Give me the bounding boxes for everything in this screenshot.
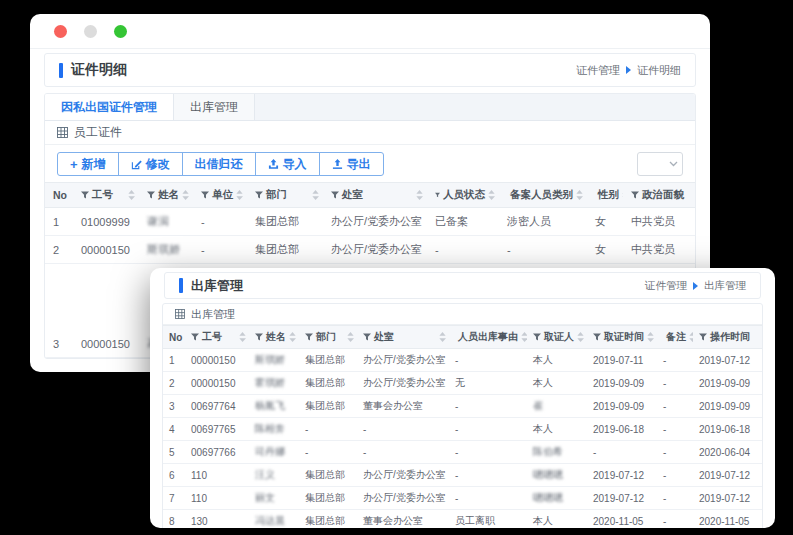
- table-cell: 办公厅/党委办公室: [323, 208, 427, 236]
- table-row[interactable]: 8130冯达晨集团总部董事会办公室员工离职本人2020-11-05-2020-1…: [163, 510, 763, 529]
- filter-icon[interactable]: [593, 333, 601, 341]
- plus-icon: +: [70, 158, 78, 171]
- sort-icon[interactable]: [236, 190, 243, 200]
- filter-icon[interactable]: [363, 333, 371, 341]
- table-cell: 2019-09-09: [693, 395, 763, 418]
- column-header[interactable]: 工号: [73, 183, 139, 208]
- column-header[interactable]: 政治面貌: [623, 183, 695, 208]
- column-header[interactable]: 人员出库事由: [449, 326, 527, 349]
- close-button[interactable]: [54, 25, 67, 38]
- column-header[interactable]: 备注: [657, 326, 693, 349]
- sort-icon[interactable]: [289, 332, 296, 342]
- column-header[interactable]: 单位: [193, 183, 247, 208]
- sort-icon[interactable]: [576, 190, 583, 200]
- column-header[interactable]: 工号: [185, 326, 249, 349]
- table-row[interactable]: 200000150霍琪娇集团总部办公厅/党委办公室无本人2019-09-09-2…: [163, 372, 763, 395]
- lend-return-button[interactable]: 出借归还: [182, 152, 256, 176]
- sort-icon[interactable]: [182, 190, 189, 200]
- column-header-label: 部门: [266, 188, 287, 202]
- column-header[interactable]: 备案人员类别: [499, 183, 587, 208]
- table-cell: 办公厅/党委办公室: [323, 236, 427, 264]
- table-cell: 00697764: [185, 395, 249, 418]
- filter-icon[interactable]: [305, 333, 313, 341]
- table-row[interactable]: 500697766司丹娜---陈伯希--2020-06-04: [163, 441, 763, 464]
- column-header-label: 处室: [342, 188, 363, 202]
- column-header[interactable]: 取证人: [527, 326, 587, 349]
- sort-icon[interactable]: [689, 332, 693, 342]
- table-cell: 2019-06-18: [693, 418, 763, 441]
- table-row[interactable]: 7110丽文集团总部办公厅/党委办公室-嗯嗯嗯2019-07-12-2019-0…: [163, 487, 763, 510]
- export-button[interactable]: 导出: [319, 152, 384, 176]
- filter-icon[interactable]: [81, 191, 89, 199]
- sort-icon[interactable]: [577, 332, 584, 342]
- table-row[interactable]: 100000150斯琪娇集团总部办公厅/党委办公室-本人2019-07-11-2…: [163, 349, 763, 372]
- table-row[interactable]: 101009999谢润-集团总部办公厅/党委办公室已备案涉密人员女中共党员: [45, 208, 695, 236]
- sort-icon[interactable]: [488, 190, 495, 200]
- window-titlebar: [30, 14, 710, 49]
- table-row[interactable]: 6110汪义集团总部办公厅/党委办公室-嗯嗯嗯2019-07-12-2019-0…: [163, 464, 763, 487]
- column-header[interactable]: 部门: [299, 326, 357, 349]
- table-cell: 已备案: [427, 208, 499, 236]
- maximize-button[interactable]: [114, 25, 127, 38]
- edit-button[interactable]: 修改: [118, 152, 183, 176]
- breadcrumb-parent[interactable]: 证件管理: [576, 63, 620, 78]
- filter-icon[interactable]: [699, 333, 707, 341]
- table-cell: 办公厅/党委办公室: [357, 464, 449, 487]
- table-cell: 丽文: [249, 487, 299, 510]
- table-cell: 集团总部: [299, 464, 357, 487]
- sort-icon[interactable]: [416, 190, 423, 200]
- table-cell: 2: [45, 236, 73, 264]
- tab-private-abroad-cert-mgmt[interactable]: 因私出国证件管理: [45, 94, 174, 120]
- column-header[interactable]: 操作时间: [693, 326, 763, 349]
- table-cell: 陈相奔: [249, 418, 299, 441]
- table-row[interactable]: 400697765陈相奔---本人2019-06-18-2019-06-18: [163, 418, 763, 441]
- breadcrumb-arrow-icon: [693, 282, 698, 290]
- minimize-button[interactable]: [84, 25, 97, 38]
- tab-outbound-mgmt[interactable]: 出库管理: [174, 94, 255, 120]
- table-cell: 办公厅/党委办公室: [357, 487, 449, 510]
- table-cell: 1: [163, 349, 185, 372]
- section-label-row: 员工证件: [45, 121, 695, 145]
- sort-icon[interactable]: [128, 190, 135, 200]
- filter-icon[interactable]: [255, 191, 263, 199]
- sort-icon[interactable]: [647, 332, 654, 342]
- sort-icon[interactable]: [239, 332, 246, 342]
- sort-icon[interactable]: [347, 332, 354, 342]
- sort-icon[interactable]: [521, 332, 527, 342]
- filter-icon[interactable]: [255, 333, 263, 341]
- sort-icon[interactable]: [312, 190, 319, 200]
- edit-icon: [131, 159, 142, 170]
- column-header[interactable]: 部门: [247, 183, 323, 208]
- table-cell: 130: [185, 510, 249, 529]
- column-header-label: 政治面貌: [642, 188, 684, 202]
- sort-icon[interactable]: [622, 190, 623, 200]
- table-cell: 中共党员: [623, 208, 695, 236]
- filter-icon[interactable]: [201, 191, 209, 199]
- filter-icon[interactable]: [533, 333, 541, 341]
- column-header[interactable]: 人员状态: [427, 183, 499, 208]
- breadcrumb-parent[interactable]: 证件管理: [645, 279, 687, 293]
- sort-icon[interactable]: [439, 332, 446, 342]
- import-button[interactable]: 导入: [255, 152, 320, 176]
- filter-icon[interactable]: [631, 191, 639, 199]
- table-row[interactable]: 200000150斯琪娇-集团总部办公厅/党委办公室--女中共党员: [45, 236, 695, 264]
- column-header[interactable]: 处室: [357, 326, 449, 349]
- table-row[interactable]: 300697764杨胤飞集团总部董事会办公室-崔2019-09-09-2019-…: [163, 395, 763, 418]
- table-cell: 本人: [527, 349, 587, 372]
- table-cell: 斯琪娇: [249, 349, 299, 372]
- table-cell: -: [449, 441, 527, 464]
- table-cell: -: [657, 349, 693, 372]
- filter-icon[interactable]: [435, 191, 440, 199]
- add-button[interactable]: + 新增: [57, 152, 119, 176]
- filter-icon[interactable]: [147, 191, 155, 199]
- filter-icon[interactable]: [331, 191, 339, 199]
- filter-icon[interactable]: [191, 333, 199, 341]
- column-header[interactable]: 姓名: [139, 183, 193, 208]
- column-header[interactable]: 取证时间: [587, 326, 657, 349]
- table-filter-select[interactable]: [637, 152, 683, 176]
- column-header-label: 操作时间: [710, 330, 750, 344]
- column-header[interactable]: 性别: [587, 183, 623, 208]
- column-header[interactable]: 姓名: [249, 326, 299, 349]
- column-header[interactable]: 处室: [323, 183, 427, 208]
- table-cell: 2019-09-09: [693, 372, 763, 395]
